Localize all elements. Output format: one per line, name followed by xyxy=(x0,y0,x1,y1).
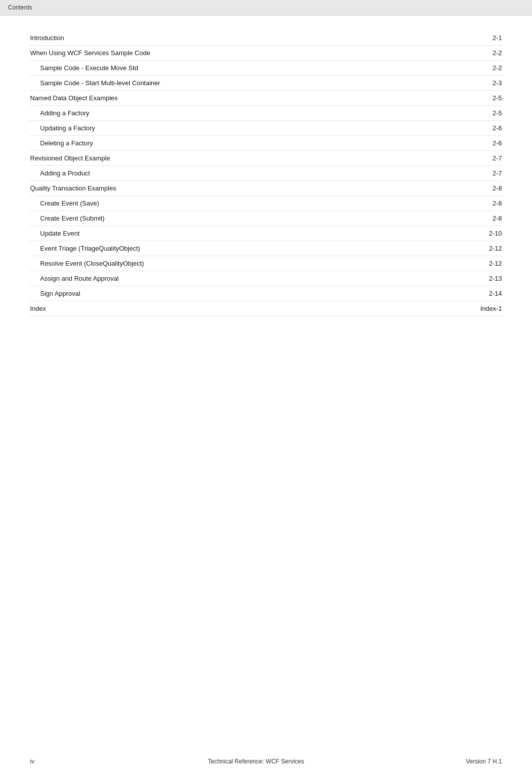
toc-container: Introduction2-1When Using WCF Services S… xyxy=(0,16,532,346)
toc-entry-label: Event Triage (TriageQualityObject) xyxy=(30,245,140,252)
toc-entry-page: Index-1 xyxy=(480,305,502,312)
toc-entry[interactable]: Create Event (Save)2-8 xyxy=(30,196,502,211)
toc-entry[interactable]: Adding a Factory2-5 xyxy=(30,106,502,121)
toc-entry[interactable]: Sign Approval2-14 xyxy=(30,286,502,301)
toc-entry-label: Create Event (Save) xyxy=(30,200,99,207)
toc-entry-label: Resolve Event (CloseQualityObject) xyxy=(30,260,144,267)
toc-entry-label: Quality Transaction Examples xyxy=(30,184,116,192)
footer-title: Technical Reference: WCF Services xyxy=(70,758,442,765)
toc-entry-page: 2-8 xyxy=(492,215,502,222)
toc-entry-label: Create Event (Submit) xyxy=(30,215,105,222)
toc-entry[interactable]: Assign and Route Approval2-13 xyxy=(30,271,502,286)
toc-entry-page: 2-8 xyxy=(492,200,502,207)
toc-entry-label: Named Data Object Examples xyxy=(30,94,118,102)
footer-page-number: iv xyxy=(30,758,70,765)
toc-entry-page: 2-1 xyxy=(492,34,502,42)
toc-entry-page: 2-5 xyxy=(492,109,502,117)
toc-entry-page: 2-6 xyxy=(492,124,502,132)
toc-entry[interactable]: Deleting a Factory2-6 xyxy=(30,136,502,151)
toc-entry-label: Sample Code - Start Multi-level Containe… xyxy=(30,79,160,87)
toc-entry-label: Assign and Route Approval xyxy=(30,275,119,282)
toc-entry-label: Update Event xyxy=(30,230,80,237)
toc-entry-label: Introduction xyxy=(30,34,64,42)
toc-entry[interactable]: When Using WCF Services Sample Code2-2 xyxy=(30,46,502,61)
toc-entry-label: Sign Approval xyxy=(30,290,80,297)
contents-header: Contents xyxy=(0,0,532,16)
footer: iv Technical Reference: WCF Services Ver… xyxy=(0,758,532,765)
toc-entry[interactable]: Quality Transaction Examples2-8 xyxy=(30,181,502,196)
toc-entry-label: Deleting a Factory xyxy=(30,139,93,147)
toc-entry-page: 2-13 xyxy=(489,275,502,282)
footer-version: Version 7 H.1 xyxy=(442,758,502,765)
toc-entry[interactable]: Adding a Product2-7 xyxy=(30,166,502,181)
toc-entry[interactable]: Create Event (Submit)2-8 xyxy=(30,211,502,226)
toc-entry[interactable]: Named Data Object Examples2-5 xyxy=(30,91,502,106)
toc-entry-label: Revisioned Object Example xyxy=(30,154,110,162)
toc-entry[interactable]: Resolve Event (CloseQualityObject)2-12 xyxy=(30,256,502,271)
toc-entry-page: 2-6 xyxy=(492,139,502,147)
toc-entry-label: Index xyxy=(30,305,46,312)
toc-entry-page: 2-12 xyxy=(489,245,502,252)
toc-entry-page: 2-7 xyxy=(492,169,502,177)
toc-entry[interactable]: Update Event2-10 xyxy=(30,226,502,241)
toc-entry-page: 2-2 xyxy=(492,49,502,57)
toc-entry[interactable]: Revisioned Object Example2-7 xyxy=(30,151,502,166)
toc-entry-page: 2-8 xyxy=(492,184,502,192)
toc-entry-page: 2-12 xyxy=(489,260,502,267)
toc-entry-page: 2-7 xyxy=(492,154,502,162)
toc-entry-page: 2-2 xyxy=(492,64,502,72)
toc-entry-label: When Using WCF Services Sample Code xyxy=(30,49,150,57)
toc-entry-label: Adding a Product xyxy=(30,169,90,177)
toc-entry[interactable]: IndexIndex-1 xyxy=(30,301,502,316)
toc-entry-label: Updating a Factory xyxy=(30,124,95,132)
toc-entry[interactable]: Introduction2-1 xyxy=(30,31,502,46)
toc-entry-page: 2-3 xyxy=(492,79,502,87)
toc-entry-page: 2-10 xyxy=(489,230,502,237)
toc-entry[interactable]: Sample Code - Execute Move Std2-2 xyxy=(30,61,502,76)
toc-entry[interactable]: Event Triage (TriageQualityObject)2-12 xyxy=(30,241,502,256)
toc-entry-label: Adding a Factory xyxy=(30,109,89,117)
toc-entry-page: 2-14 xyxy=(489,290,502,297)
toc-entry-label: Sample Code - Execute Move Std xyxy=(30,64,138,72)
contents-label: Contents xyxy=(8,4,32,11)
toc-entry-page: 2-5 xyxy=(492,94,502,102)
toc-entry[interactable]: Updating a Factory2-6 xyxy=(30,121,502,136)
toc-entry[interactable]: Sample Code - Start Multi-level Containe… xyxy=(30,76,502,91)
